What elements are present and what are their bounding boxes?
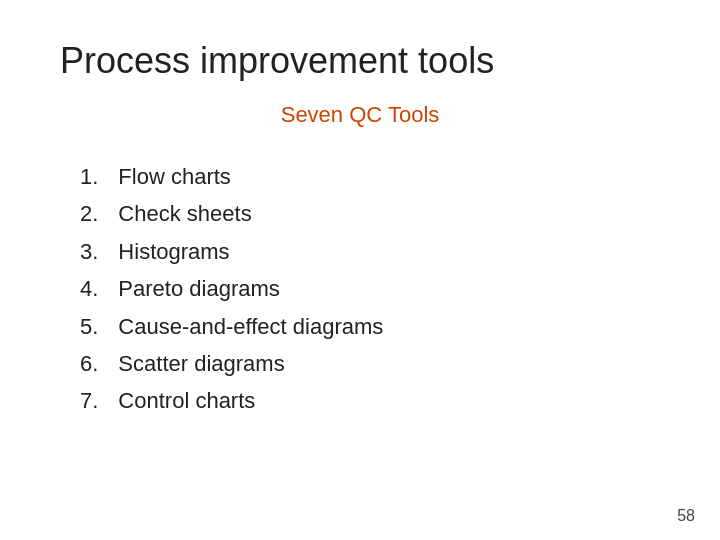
list-number-3: 3. [80, 233, 98, 270]
list-item-7: Control charts [118, 382, 383, 419]
list-item-1: Flow charts [118, 158, 383, 195]
list-number-7: 7. [80, 382, 98, 419]
list-number-2: 2. [80, 195, 98, 232]
numbers-column: 1.2.3.4.5.6.7. [80, 158, 98, 420]
list-item-2: Check sheets [118, 195, 383, 232]
list-item-6: Scatter diagrams [118, 345, 383, 382]
page-number: 58 [677, 507, 695, 525]
list-number-1: 1. [80, 158, 98, 195]
slide-title: Process improvement tools [60, 40, 660, 82]
list-number-6: 6. [80, 345, 98, 382]
subtitle: Seven QC Tools [60, 102, 660, 128]
list-item-4: Pareto diagrams [118, 270, 383, 307]
items-column: Flow chartsCheck sheetsHistogramsPareto … [118, 158, 383, 420]
list-number-5: 5. [80, 308, 98, 345]
list-number-4: 4. [80, 270, 98, 307]
list-item-5: Cause-and-effect diagrams [118, 308, 383, 345]
slide: Process improvement tools Seven QC Tools… [0, 0, 720, 540]
list-item-3: Histograms [118, 233, 383, 270]
list-container: 1.2.3.4.5.6.7. Flow chartsCheck sheetsHi… [80, 158, 660, 420]
